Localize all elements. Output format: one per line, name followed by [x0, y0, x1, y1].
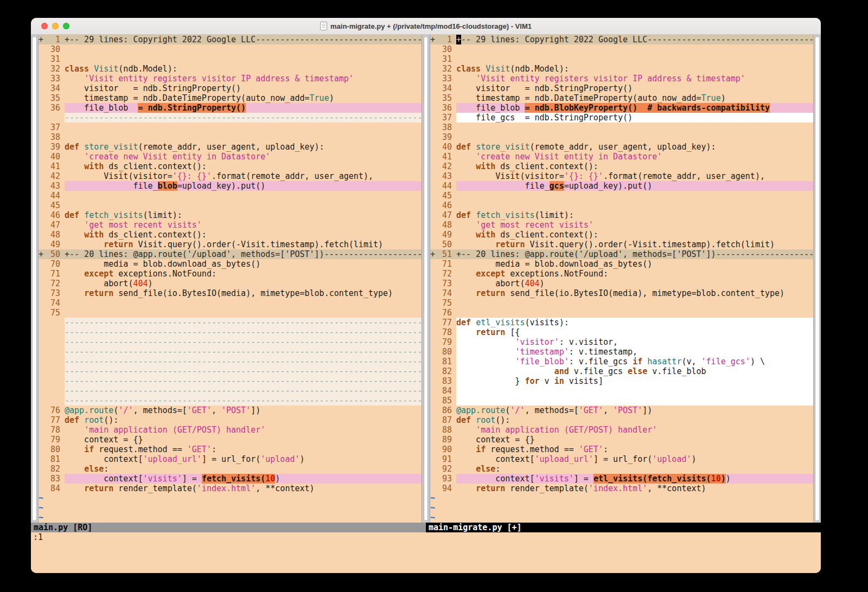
empty-buffer-line[interactable]: ~ — [39, 503, 422, 513]
diff-filler-line[interactable]: ----------------------------------------… — [39, 376, 422, 386]
code-line[interactable]: 48 with ds_client.context(): — [39, 230, 422, 240]
statusline-main-migrate-py[interactable]: main-migrate.py [+] — [426, 523, 821, 532]
left-pane-main-py[interactable]: +1+-- 29 lines: Copyright 2022 Google LL… — [39, 35, 422, 523]
empty-buffer-line[interactable]: ~ — [430, 493, 813, 503]
code-line[interactable]: 30 — [430, 44, 813, 54]
code-line[interactable]: 88 'main application (GET/POST) handler' — [430, 425, 813, 435]
code-line[interactable]: 44 file_gcs=upload_key).put() — [430, 181, 813, 191]
code-line[interactable]: 78 return [{ — [430, 327, 813, 337]
code-line[interactable]: 81 'file_blob': v.file_gcs if hasattr(v,… — [430, 357, 813, 366]
code-line[interactable]: 46def fetch_visits(limit): — [39, 210, 422, 220]
code-line[interactable]: 41 with ds_client.context(): — [39, 162, 422, 171]
code-line[interactable]: 75 — [430, 298, 813, 308]
code-line[interactable]: 31 — [39, 54, 422, 64]
diff-filler-line[interactable]: ----------------------------------------… — [39, 357, 422, 366]
code-line[interactable]: 32class Visit(ndb.Model): — [430, 64, 813, 74]
code-line[interactable]: 71 except exceptions.NotFound: — [39, 269, 422, 279]
code-line[interactable]: 37 — [39, 123, 422, 132]
code-line[interactable]: 75 — [39, 308, 422, 318]
code-line[interactable]: 81 context['upload_url'] = url_for('uplo… — [39, 454, 422, 464]
code-line[interactable]: 79 'visitor': v.visitor, — [430, 337, 813, 347]
diff-filler-line[interactable]: ----------------------------------------… — [39, 366, 422, 376]
code-line[interactable]: 82 else: — [39, 464, 422, 474]
code-line[interactable]: 50 return Visit.query().order(-Visit.tim… — [430, 240, 813, 249]
code-line[interactable]: 47def fetch_visits(limit): — [430, 210, 813, 220]
fold-line[interactable]: +1+-- 29 lines: Copyright 2022 Google LL… — [430, 35, 813, 44]
diff-filler-line[interactable]: ----------------------------------------… — [39, 396, 422, 406]
code-line[interactable]: 90 if request.method == 'GET': — [430, 445, 813, 454]
right-scrollbar-thumb[interactable] — [815, 36, 820, 521]
empty-buffer-line[interactable]: ~ — [430, 503, 813, 513]
code-line[interactable]: 71 media = blob.download_as_bytes() — [430, 259, 813, 269]
code-line[interactable]: 85 — [430, 396, 813, 406]
code-line[interactable]: 36 file_blob = ndb.StringProperty() — [39, 103, 422, 113]
code-line[interactable]: 38 — [39, 132, 422, 142]
code-line[interactable]: 77def root(): — [39, 415, 422, 425]
right-scrollbar[interactable] — [813, 35, 821, 523]
code-line[interactable]: 42 with ds_client.context(): — [430, 162, 813, 171]
code-line[interactable]: 33 'Visit entity registers visitor IP ad… — [39, 74, 422, 83]
code-line[interactable]: 87def root(): — [430, 415, 813, 425]
code-line[interactable]: 73 abort(404) — [430, 279, 813, 288]
separator-thumb[interactable] — [424, 36, 428, 521]
diff-filler-line[interactable]: ----------------------------------------… — [39, 347, 422, 357]
empty-buffer-line[interactable]: ~ — [430, 513, 813, 523]
code-line[interactable]: 35 timestamp = ndb.DateTimeProperty(auto… — [39, 93, 422, 103]
minimize-button[interactable] — [52, 23, 59, 29]
code-line[interactable]: 49 return Visit.query().order(-Visit.tim… — [39, 240, 422, 249]
code-line[interactable]: 39 — [430, 132, 813, 142]
code-line[interactable]: 36 file_blob = ndb.BlobKeyProperty() # b… — [430, 103, 813, 113]
code-line[interactable]: 73 return send_file(io.BytesIO(media), m… — [39, 288, 422, 298]
code-line[interactable]: 76 — [430, 308, 813, 318]
code-line[interactable]: 40def store_visit(remote_addr, user_agen… — [430, 142, 813, 152]
code-line[interactable]: 32class Visit(ndb.Model): — [39, 64, 422, 74]
code-line[interactable]: 78 'main application (GET/POST) handler' — [39, 425, 422, 435]
code-line[interactable]: 76@app.route('/', methods=['GET', 'POST'… — [39, 406, 422, 415]
code-line[interactable]: 70 media = blob.download_as_bytes() — [39, 259, 422, 269]
empty-buffer-line[interactable]: ~ — [39, 493, 422, 503]
right-pane-main-migrate-py[interactable]: +1+-- 29 lines: Copyright 2022 Google LL… — [430, 35, 813, 523]
code-line[interactable]: 48 'get most recent visits' — [430, 220, 813, 230]
code-line[interactable]: 77def etl_visits(visits): — [430, 318, 813, 327]
code-line[interactable]: 33 'Visit entity registers visitor IP ad… — [430, 74, 813, 83]
code-line[interactable]: 83 } for v in visits] — [430, 376, 813, 386]
close-button[interactable] — [41, 23, 48, 29]
diff-filler-line[interactable]: ----------------------------------------… — [39, 318, 422, 327]
code-line[interactable]: 83 context['visits'] = fetch_visits(10) — [39, 474, 422, 484]
title-bar[interactable]: main-migrate.py + (/private/tmp/mod16-cl… — [31, 18, 821, 35]
code-line[interactable]: 37 file_gcs = ndb.StringProperty() — [430, 113, 813, 123]
diff-filler-line[interactable]: ----------------------------------------… — [39, 327, 422, 337]
code-line[interactable]: 31 — [430, 54, 813, 64]
code-line[interactable]: 94 return render_template('index.html', … — [430, 484, 813, 493]
code-line[interactable]: 38 — [430, 123, 813, 132]
fold-line[interactable]: +50+-- 20 lines: @app.route('/upload', m… — [39, 249, 422, 259]
code-line[interactable]: 45 — [39, 201, 422, 210]
code-line[interactable]: 30 — [39, 44, 422, 54]
fold-line[interactable]: +51+-- 20 lines: @app.route('/upload', m… — [430, 249, 813, 259]
left-scrollbar[interactable] — [31, 35, 39, 523]
code-line[interactable]: 80 if request.method == 'GET': — [39, 445, 422, 454]
left-scrollbar-thumb[interactable] — [32, 36, 37, 521]
empty-buffer-line[interactable]: ~ — [39, 513, 422, 523]
code-line[interactable]: 49 with ds_client.context(): — [430, 230, 813, 240]
code-line[interactable]: 79 context = {} — [39, 435, 422, 445]
code-line[interactable]: 42 Visit(visitor='{}: {}'.format(remote_… — [39, 171, 422, 181]
code-line[interactable]: 43 Visit(visitor='{}: {}'.format(remote_… — [430, 171, 813, 181]
code-line[interactable]: 40 'create new Visit entity in Datastore… — [39, 152, 422, 162]
code-line[interactable]: 35 timestamp = ndb.DateTimeProperty(auto… — [430, 93, 813, 103]
code-line[interactable]: 34 visitor = ndb.StringProperty() — [39, 83, 422, 93]
code-line[interactable]: 34 visitor = ndb.StringProperty() — [430, 83, 813, 93]
code-line[interactable]: 91 context['upload_url'] = url_for('uplo… — [430, 454, 813, 464]
code-line[interactable]: 44 — [39, 191, 422, 201]
code-line[interactable]: 80 'timestamp': v.timestamp, — [430, 347, 813, 357]
code-line[interactable]: 39def store_visit(remote_addr, user_agen… — [39, 142, 422, 152]
code-line[interactable]: 45 — [430, 191, 813, 201]
vertical-split-separator[interactable] — [422, 35, 430, 523]
fold-line[interactable]: +1+-- 29 lines: Copyright 2022 Google LL… — [39, 35, 422, 44]
zoom-button[interactable] — [63, 23, 69, 29]
diff-filler-line[interactable]: ----------------------------------------… — [39, 337, 422, 347]
code-line[interactable]: 74 — [39, 298, 422, 308]
code-line[interactable]: 72 abort(404) — [39, 279, 422, 288]
code-line[interactable]: 92 else: — [430, 464, 813, 474]
code-line[interactable]: 86@app.route('/', methods=['GET', 'POST'… — [430, 406, 813, 415]
